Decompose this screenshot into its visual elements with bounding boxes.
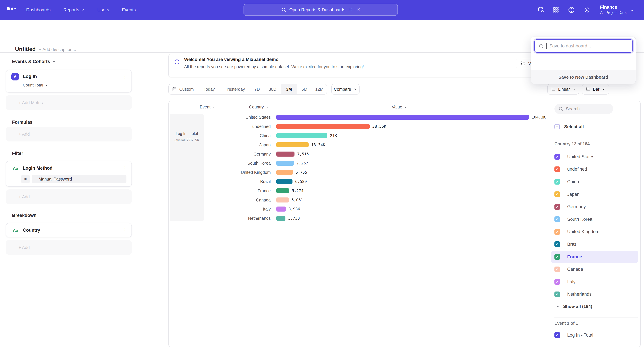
filter-list-item[interactable]: ✓ Log In - Total bbox=[551, 329, 638, 342]
mixpanel-logo-icon[interactable] bbox=[7, 7, 16, 10]
add-formula-button[interactable]: + Add bbox=[6, 127, 132, 141]
date-range-segment[interactable]: 12M bbox=[312, 84, 327, 94]
chart-bar[interactable] bbox=[276, 188, 289, 193]
compare-button[interactable]: Compare bbox=[332, 84, 360, 94]
date-range-segment[interactable]: 3M bbox=[281, 84, 297, 94]
filter-list-item[interactable]: ✓ China bbox=[551, 176, 638, 188]
chart-bar[interactable] bbox=[276, 207, 286, 212]
add-breakdown-button[interactable]: + Add bbox=[6, 240, 132, 255]
add-filter-button[interactable]: + Add bbox=[6, 189, 132, 204]
calendar-icon bbox=[172, 87, 177, 92]
chart-bar[interactable] bbox=[276, 133, 327, 138]
colored-checkbox[interactable]: ✓ bbox=[554, 166, 560, 172]
chart-bar[interactable] bbox=[276, 161, 294, 166]
metric-event-name[interactable]: Log In bbox=[23, 74, 37, 79]
metric-card[interactable]: A Log In ⋮ Count Total bbox=[6, 70, 132, 92]
filter-item-label: Brazil bbox=[567, 242, 578, 247]
date-range-segment[interactable]: Custom bbox=[169, 84, 197, 94]
column-header-event[interactable]: Event bbox=[200, 105, 216, 109]
chart-rows: United States 104.3K undefined 38.55K Ch… bbox=[169, 113, 547, 223]
filter-list-item[interactable]: ✓ Japan bbox=[551, 188, 638, 201]
breakdown-property-name[interactable]: Country bbox=[23, 228, 40, 233]
nav-item[interactable]: Events bbox=[122, 7, 136, 12]
nav-item[interactable]: Reports bbox=[64, 7, 85, 12]
colored-checkbox[interactable]: ✓ bbox=[554, 216, 560, 222]
filter-property-name[interactable]: Login Method bbox=[23, 166, 52, 171]
filter-list-item[interactable]: ✓ France bbox=[551, 251, 638, 263]
save-to-new-dashboard-button[interactable]: Save to New Dashboard bbox=[531, 70, 636, 84]
filter-list-item[interactable]: ✓ South Korea bbox=[551, 213, 638, 226]
filter-list-item[interactable]: ✓ United Kingdom bbox=[551, 226, 638, 238]
show-all-button[interactable]: Show all (184) bbox=[551, 301, 638, 312]
filter-card[interactable]: Aa Login Method ⋮ = Manual Password bbox=[6, 161, 132, 187]
colored-checkbox[interactable]: ✓ bbox=[554, 204, 560, 210]
filter-list-item[interactable]: ✓ Germany bbox=[551, 201, 638, 213]
chart-bar[interactable] bbox=[276, 152, 294, 157]
filter-operator-dropdown[interactable]: = bbox=[21, 175, 30, 183]
kebab-menu-icon[interactable]: ⋮ bbox=[122, 74, 128, 79]
chevron-down-icon bbox=[572, 87, 576, 91]
filter-list-item[interactable]: ✓ Italy bbox=[551, 276, 638, 288]
chart-bar[interactable] bbox=[276, 124, 370, 129]
chart-bar[interactable] bbox=[276, 179, 292, 184]
filter-list-item[interactable]: ✓ Netherlands bbox=[551, 288, 638, 301]
date-range-segment-label: Custom bbox=[179, 87, 194, 92]
colored-checkbox[interactable]: ✓ bbox=[554, 292, 560, 297]
project-switcher[interactable]: Finance All Project Data bbox=[600, 4, 627, 15]
check-icon: ✓ bbox=[556, 217, 559, 221]
apps-grid-icon[interactable] bbox=[552, 6, 559, 13]
chart-bar[interactable] bbox=[276, 115, 529, 120]
breakdown-card[interactable]: Aa Country ⋮ bbox=[6, 223, 132, 237]
date-range-segment[interactable]: 30D bbox=[264, 84, 281, 94]
select-all-row[interactable]: Select all bbox=[554, 121, 584, 132]
search-icon bbox=[538, 43, 544, 48]
colored-checkbox[interactable]: ✓ bbox=[554, 179, 560, 185]
date-range-segment[interactable]: 6M bbox=[297, 84, 312, 94]
settings-gear-icon[interactable] bbox=[584, 6, 591, 13]
colored-checkbox[interactable]: ✓ bbox=[554, 279, 560, 285]
chart-row-country-label: Italy bbox=[206, 207, 271, 212]
chart-bar[interactable] bbox=[276, 216, 286, 221]
metric-aggregation-dropdown[interactable]: Count Total bbox=[23, 83, 48, 87]
select-all-checkbox[interactable] bbox=[554, 124, 560, 129]
date-range-segment[interactable]: Yesterday bbox=[221, 84, 250, 94]
filter-list-item[interactable]: ✓ undefined bbox=[551, 163, 638, 176]
chart-bar[interactable] bbox=[276, 170, 293, 175]
colored-checkbox[interactable]: ✓ bbox=[554, 267, 560, 272]
filter-list-item[interactable]: ✓ Brazil bbox=[551, 238, 638, 251]
colored-checkbox[interactable]: ✓ bbox=[554, 154, 560, 160]
kebab-menu-icon[interactable]: ⋮ bbox=[122, 228, 128, 233]
segment-search-input[interactable]: Search bbox=[554, 104, 613, 114]
report-title[interactable]: Untitled bbox=[15, 46, 36, 52]
scale-dropdown[interactable]: Linear bbox=[548, 84, 579, 94]
filter-list-item[interactable]: ✓ United States bbox=[551, 151, 638, 163]
save-dashboard-search-input[interactable]: Save to dashboard... bbox=[534, 39, 633, 53]
search-icon bbox=[281, 7, 286, 12]
colored-checkbox[interactable]: ✓ bbox=[554, 241, 560, 247]
filter-value-field[interactable]: Manual Password bbox=[32, 175, 126, 183]
data-management-icon[interactable] bbox=[537, 6, 544, 13]
colored-checkbox[interactable]: ✓ bbox=[554, 332, 560, 338]
events-cohorts-header[interactable]: Events & Cohorts bbox=[12, 59, 56, 64]
nav-item[interactable]: Users bbox=[97, 7, 109, 12]
chart-bar[interactable] bbox=[276, 142, 308, 147]
date-range-segment[interactable]: 7D bbox=[250, 84, 264, 94]
chart-bar[interactable] bbox=[276, 197, 289, 203]
add-metric-button[interactable]: + Add Metric bbox=[6, 95, 132, 110]
nav-item[interactable]: Dashboards bbox=[26, 7, 51, 12]
add-description-field[interactable]: + Add description... bbox=[39, 47, 76, 52]
colored-checkbox[interactable]: ✓ bbox=[554, 229, 560, 235]
segment-search-placeholder: Search bbox=[566, 106, 580, 111]
chevron-down-icon[interactable] bbox=[630, 8, 634, 12]
colored-checkbox[interactable]: ✓ bbox=[554, 191, 560, 197]
colored-checkbox[interactable]: ✓ bbox=[554, 254, 560, 260]
global-search-button[interactable]: Open Reports & Dashboards ⌘ + K bbox=[244, 4, 398, 16]
chart-type-dropdown[interactable]: Bar bbox=[582, 84, 609, 94]
column-header-value[interactable]: Value bbox=[392, 105, 407, 109]
help-icon[interactable] bbox=[568, 6, 575, 13]
kebab-menu-icon[interactable]: ⋮ bbox=[122, 166, 128, 171]
date-range-segment[interactable]: Today bbox=[197, 84, 221, 94]
filter-item-label: Japan bbox=[567, 192, 580, 197]
column-header-country[interactable]: Country bbox=[249, 105, 269, 109]
filter-list-item[interactable]: ✓ Canada bbox=[551, 263, 638, 276]
